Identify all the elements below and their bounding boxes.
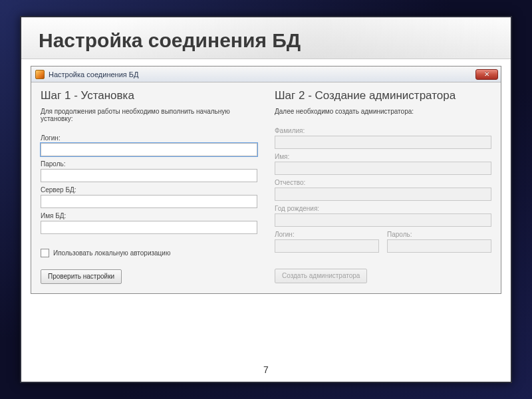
local-auth-label: Ипользовать локальную авторизацию xyxy=(53,249,170,257)
password-input[interactable] xyxy=(41,169,257,182)
field-admin-login: Логин: xyxy=(275,231,379,253)
window-titlebar: Настройка соединения БД ✕ xyxy=(31,66,501,82)
birthyear-label: Год рождения: xyxy=(275,205,491,212)
login-label: Логин: xyxy=(41,134,257,142)
middlename-input xyxy=(275,188,491,201)
local-auth-row: Ипользовать локальную авторизацию xyxy=(41,249,257,257)
step2-heading: Шаг 2 - Создание администратора xyxy=(275,89,491,102)
admin-login-input xyxy=(275,239,379,253)
create-admin-button: Создать администратора xyxy=(275,269,367,283)
admin-login-label: Логин: xyxy=(275,231,379,238)
field-dbname: Имя БД: xyxy=(41,212,257,234)
middlename-label: Отчество: xyxy=(275,179,491,186)
login-input[interactable] xyxy=(41,143,257,156)
window-title: Настройка соединения БД xyxy=(49,70,475,78)
check-settings-button[interactable]: Проверить настройки xyxy=(41,269,122,284)
field-firstname: Имя: xyxy=(275,153,491,175)
lastname-label: Фамилия: xyxy=(275,127,491,134)
step2-description: Далее необходимо создать администратора: xyxy=(275,108,491,115)
close-button[interactable]: ✕ xyxy=(475,69,498,80)
server-label: Сервер БД: xyxy=(41,186,257,194)
dbname-input[interactable] xyxy=(41,221,257,234)
step1-panel: Шаг 1 - Установка Для продолжения работы… xyxy=(41,89,257,284)
slide-title: Настройка соединения БД xyxy=(21,17,511,59)
field-server: Сервер БД: xyxy=(41,186,257,208)
firstname-label: Имя: xyxy=(275,153,491,160)
step1-heading: Шаг 1 - Установка xyxy=(41,89,257,102)
field-admin-password: Пароль: xyxy=(387,231,491,253)
field-birthyear: Год рождения: xyxy=(275,205,491,227)
field-lastname: Фамилия: xyxy=(275,127,491,149)
window-body: Шаг 1 - Установка Для продолжения работы… xyxy=(31,82,501,293)
server-input[interactable] xyxy=(41,195,257,208)
field-password: Пароль: xyxy=(41,160,257,182)
step2-panel: Шаг 2 - Создание администратора Далее не… xyxy=(275,89,491,284)
birthyear-input xyxy=(275,213,491,227)
dbname-label: Имя БД: xyxy=(41,212,257,219)
step1-description: Для продолжения работы необходимо выполн… xyxy=(41,108,257,122)
presentation-slide: Настройка соединения БД Настройка соедин… xyxy=(20,16,512,383)
field-middlename: Отчество: xyxy=(275,179,491,201)
admin-password-label: Пароль: xyxy=(387,231,491,238)
close-icon: ✕ xyxy=(484,70,489,78)
firstname-input xyxy=(275,162,491,175)
password-label: Пароль: xyxy=(41,160,257,168)
admin-password-input xyxy=(387,239,491,253)
local-auth-checkbox[interactable] xyxy=(41,249,49,257)
lastname-input xyxy=(275,136,491,149)
page-number: 7 xyxy=(21,364,511,375)
app-icon xyxy=(35,70,45,79)
field-login: Логин: xyxy=(41,134,257,156)
db-settings-window: Настройка соединения БД ✕ Шаг 1 - Устано… xyxy=(31,66,501,294)
